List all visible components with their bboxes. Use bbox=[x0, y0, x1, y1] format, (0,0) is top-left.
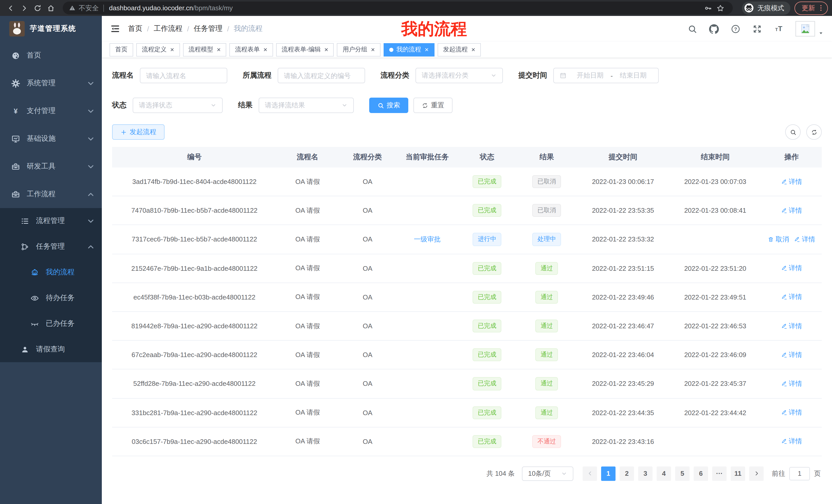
sidebar-item-首页[interactable]: 首页 bbox=[0, 41, 102, 69]
详情-action-link[interactable]: 详情 bbox=[781, 437, 802, 446]
prev-page-button[interactable] bbox=[582, 467, 597, 481]
tab-我的流程[interactable]: 我的流程× bbox=[384, 43, 434, 56]
security-label[interactable]: 不安全 bbox=[79, 3, 99, 12]
tab-label: 我的流程 bbox=[396, 45, 421, 54]
task-link[interactable]: 一级审批 bbox=[414, 235, 440, 244]
close-icon[interactable]: × bbox=[217, 46, 220, 53]
page-button-11[interactable]: 11 bbox=[731, 467, 745, 481]
sidebar-item-任务管理[interactable]: 任务管理 bbox=[0, 234, 102, 259]
edit-icon bbox=[781, 178, 787, 185]
browser-menu-dots-icon[interactable] bbox=[817, 4, 825, 12]
详情-action-link[interactable]: 详情 bbox=[781, 292, 802, 302]
sidebar-item-我的流程[interactable]: 我的流程 bbox=[0, 259, 102, 285]
browser-update-button[interactable]: 更新 bbox=[795, 1, 828, 15]
bookmark-star-icon[interactable] bbox=[714, 1, 727, 15]
详情-action-link[interactable]: 详情 bbox=[794, 235, 815, 244]
chevron-down-icon bbox=[86, 134, 95, 143]
next-page-button[interactable] bbox=[749, 467, 763, 481]
close-icon[interactable]: × bbox=[170, 46, 174, 53]
tab-首页[interactable]: 首页 bbox=[109, 43, 133, 56]
详情-action-link[interactable]: 详情 bbox=[781, 263, 802, 273]
sidebar-item-已办任务[interactable]: 已办任务 bbox=[0, 311, 102, 337]
tab-发起流程[interactable]: 发起流程× bbox=[437, 43, 481, 56]
详情-action-link[interactable]: 详情 bbox=[781, 408, 802, 417]
tab-用户分组[interactable]: 用户分组× bbox=[337, 43, 381, 56]
sidebar-item-系统管理[interactable]: 系统管理 bbox=[0, 69, 102, 97]
avatar[interactable] bbox=[796, 21, 815, 36]
cell-submit-time: 2022-01-22 23:53:35 bbox=[577, 196, 669, 225]
详情-action-link[interactable]: 详情 bbox=[781, 321, 802, 331]
sidebar-item-工作流程[interactable]: 工作流程 bbox=[0, 180, 102, 208]
详情-action-link[interactable]: 详情 bbox=[781, 206, 802, 215]
cell-result: 已取消 bbox=[517, 196, 577, 225]
close-icon[interactable]: × bbox=[324, 46, 328, 53]
sidebar-collapse-icon[interactable] bbox=[110, 24, 120, 34]
sidebar-item-待办任务[interactable]: 待办任务 bbox=[0, 285, 102, 311]
close-icon[interactable]: × bbox=[471, 46, 475, 53]
sidebar-item-label: 待办任务 bbox=[46, 293, 75, 303]
table-search-button[interactable] bbox=[785, 124, 801, 140]
tab-流程定义[interactable]: 流程定义× bbox=[136, 43, 180, 56]
browser-home-button[interactable] bbox=[44, 1, 58, 15]
breadcrumb-item-首页[interactable]: 首页 bbox=[128, 24, 142, 33]
help-icon[interactable]: ? bbox=[731, 24, 740, 34]
详情-action-link[interactable]: 详情 bbox=[781, 379, 802, 388]
close-icon[interactable]: × bbox=[263, 46, 267, 53]
tab-流程表单[interactable]: 流程表单× bbox=[229, 43, 273, 56]
category-select[interactable]: 请选择流程分类 bbox=[415, 68, 503, 83]
cell-submit-time: 2022-01-22 23:44:35 bbox=[577, 398, 669, 427]
sidebar-item-流程管理[interactable]: 流程管理 bbox=[0, 208, 102, 234]
github-icon[interactable] bbox=[709, 24, 719, 34]
search-button[interactable]: 搜索 bbox=[369, 97, 408, 113]
date-range-picker[interactable]: 开始日期 - 结束日期 bbox=[553, 68, 659, 83]
sidebar-item-请假查询[interactable]: 请假查询 bbox=[0, 337, 102, 362]
create-process-button[interactable]: 发起流程 bbox=[112, 124, 164, 140]
result-select[interactable]: 请选择流结果 bbox=[259, 97, 354, 113]
table-refresh-button[interactable] bbox=[806, 124, 822, 140]
cell-result: 不通过 bbox=[517, 427, 577, 456]
font-size-icon[interactable]: TT bbox=[774, 24, 784, 34]
page-size-select[interactable]: 10条/页 bbox=[522, 467, 573, 481]
breadcrumb-separator: / bbox=[227, 25, 229, 33]
password-key-icon[interactable] bbox=[702, 1, 714, 15]
status-badge: 已完成 bbox=[473, 291, 502, 304]
fullscreen-icon[interactable] bbox=[752, 24, 762, 34]
incognito-label: 无痕模式 bbox=[757, 3, 784, 12]
page-button-2[interactable]: 2 bbox=[620, 467, 634, 481]
edit-icon bbox=[781, 439, 787, 445]
page-button-6[interactable]: 6 bbox=[694, 467, 708, 481]
browser-forward-button[interactable] bbox=[18, 1, 31, 15]
tab-流程模型[interactable]: 流程模型× bbox=[183, 43, 226, 56]
content: 流程名 所属流程 流程分类 请选择流程分类 bbox=[102, 58, 832, 504]
cell-end-time: 2022-01-22 23:45:37 bbox=[669, 369, 761, 398]
sidebar-item-基础设施[interactable]: 基础设施 bbox=[0, 125, 102, 152]
取消-action-link[interactable]: 取消 bbox=[768, 235, 789, 244]
page-button-1[interactable]: 1 bbox=[601, 467, 616, 481]
page-button-3[interactable]: 3 bbox=[638, 467, 653, 481]
browser-reload-button[interactable] bbox=[31, 1, 44, 15]
jump-page-input[interactable] bbox=[789, 467, 810, 480]
pager-more-icon[interactable]: ··· bbox=[712, 467, 727, 481]
tab-流程表单-编辑[interactable]: 流程表单-编辑× bbox=[276, 43, 334, 56]
cell-end-time: 2022-01-22 23:46:09 bbox=[669, 340, 761, 369]
address-bar[interactable]: 不安全 dashboard.yudao.iocoder.cn /bpm/task… bbox=[63, 2, 733, 15]
page-button-4[interactable]: 4 bbox=[657, 467, 671, 481]
breadcrumb-item-工作流程[interactable]: 工作流程 bbox=[154, 24, 183, 33]
search-icon[interactable] bbox=[687, 24, 697, 34]
page-button-5[interactable]: 5 bbox=[675, 467, 690, 481]
cell-current-task bbox=[397, 340, 458, 369]
app-logo-row[interactable]: 芋道管理系统 bbox=[0, 16, 102, 41]
browser-back-button[interactable] bbox=[4, 1, 18, 15]
process-name-input[interactable] bbox=[146, 72, 221, 79]
reset-button[interactable]: 重置 bbox=[413, 97, 452, 113]
avatar-caret-icon[interactable] bbox=[818, 30, 824, 36]
sidebar-item-研发工具[interactable]: 研发工具 bbox=[0, 152, 102, 180]
process-definition-input[interactable] bbox=[284, 72, 359, 79]
sidebar-item-支付管理[interactable]: ¥支付管理 bbox=[0, 97, 102, 125]
详情-action-link[interactable]: 详情 bbox=[781, 177, 802, 186]
close-icon[interactable]: × bbox=[371, 46, 375, 53]
status-select[interactable]: 请选择状态 bbox=[133, 97, 223, 113]
breadcrumb-item-任务管理[interactable]: 任务管理 bbox=[194, 24, 223, 33]
close-icon[interactable]: × bbox=[425, 46, 428, 53]
详情-action-link[interactable]: 详情 bbox=[781, 350, 802, 359]
